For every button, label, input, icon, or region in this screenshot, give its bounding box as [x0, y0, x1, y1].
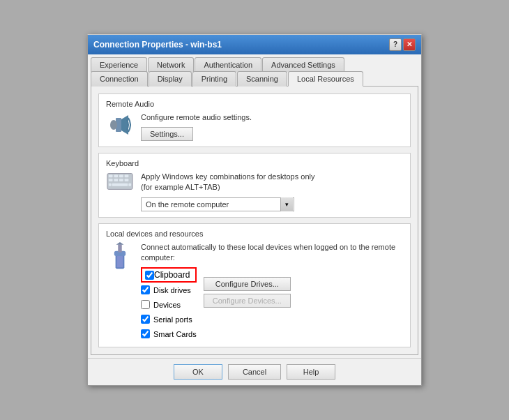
- window-title: Connection Properties - win-bs1: [93, 40, 222, 50]
- disk-drives-checkbox[interactable]: [141, 285, 150, 294]
- local-devices-section: Local devices and resources Connect auto…: [98, 223, 411, 348]
- serial-ports-label: Serial ports: [153, 315, 192, 324]
- svg-rect-9: [114, 179, 118, 181]
- checkboxes-column: Clipboard Disk drives Devices: [141, 267, 197, 341]
- keyboard-label: Keyboard: [106, 159, 403, 167]
- checkboxes-and-buttons: Clipboard Disk drives Devices: [141, 267, 403, 341]
- remote-audio-right: Configure remote audio settings. Setting…: [141, 112, 403, 141]
- remote-audio-label: Remote Audio: [106, 100, 403, 108]
- svg-point-2: [110, 120, 117, 130]
- tab-advanced-settings[interactable]: Advanced Settings: [262, 57, 344, 72]
- disk-drives-row: Disk drives: [141, 285, 197, 294]
- remote-audio-description: Configure remote audio settings.: [141, 112, 403, 123]
- svg-rect-13: [109, 183, 112, 186]
- configure-devices-button[interactable]: Configure Devices...: [204, 294, 291, 308]
- remote-audio-content: Configure remote audio settings. Setting…: [106, 112, 403, 141]
- tab-authentication[interactable]: Authentication: [195, 57, 261, 72]
- ok-button[interactable]: OK: [174, 364, 222, 380]
- devices-label: Devices: [153, 301, 181, 309]
- usb-icon-area: [106, 242, 134, 270]
- svg-rect-7: [125, 174, 129, 177]
- keyboard-content: Apply Windows key combinations for deskt…: [106, 172, 403, 211]
- keyboard-description: Apply Windows key combinations for deskt…: [141, 172, 403, 193]
- smart-cards-checkbox[interactable]: [141, 329, 150, 338]
- titlebar: Connection Properties - win-bs1 ? ✕: [88, 35, 421, 54]
- remote-audio-section: Remote Audio Configure remote audio sett…: [98, 93, 411, 147]
- smart-cards-label: Smart Cards: [153, 330, 197, 338]
- help-footer-button[interactable]: Help: [287, 364, 335, 380]
- titlebar-buttons: ? ✕: [389, 38, 416, 51]
- clipboard-row-highlighted: Clipboard: [141, 267, 197, 283]
- serial-ports-row: Serial ports: [141, 315, 197, 324]
- footer-bar: OK Cancel Help: [88, 358, 421, 385]
- keyboard-dropdown[interactable]: On the remote computer On this computer …: [141, 197, 294, 211]
- svg-rect-6: [119, 174, 123, 177]
- audio-icon-area: [106, 112, 134, 137]
- svg-rect-10: [119, 179, 123, 181]
- svg-rect-12: [112, 183, 128, 186]
- local-devices-content: Connect automatically to these local dev…: [106, 242, 403, 342]
- devices-checkbox[interactable]: [141, 300, 150, 309]
- device-buttons-column: Configure Drives... Configure Devices...: [204, 277, 291, 341]
- svg-rect-11: [125, 179, 129, 181]
- main-window: Connection Properties - win-bs1 ? ✕ Expe…: [87, 34, 422, 387]
- svg-rect-4: [109, 174, 113, 177]
- close-button[interactable]: ✕: [403, 38, 416, 51]
- keyboard-dropdown-wrapper: On the remote computer On this computer …: [141, 197, 294, 211]
- tab-display[interactable]: Display: [149, 71, 192, 87]
- tab-container: Experience Network Authentication Advanc…: [88, 54, 421, 87]
- audio-settings-button[interactable]: Settings...: [141, 127, 193, 141]
- tab-printing[interactable]: Printing: [192, 71, 236, 87]
- help-button[interactable]: ?: [389, 38, 402, 51]
- tab-row-1: Experience Network Authentication Advanc…: [91, 57, 418, 72]
- clipboard-label: Clipboard: [154, 270, 190, 280]
- local-devices-description: Connect automatically to these local dev…: [141, 242, 403, 264]
- devices-row: Devices: [141, 300, 197, 309]
- configure-drives-button[interactable]: Configure Drives...: [204, 277, 291, 291]
- tab-row-2: Connection Display Printing Scanning Loc…: [91, 71, 418, 87]
- svg-rect-5: [114, 174, 118, 177]
- keyboard-section: Keyboard: [98, 153, 411, 218]
- usb-icon: [109, 242, 130, 270]
- svg-rect-8: [109, 179, 113, 181]
- tab-experience[interactable]: Experience: [91, 57, 147, 72]
- keyboard-right: Apply Windows key combinations for deskt…: [141, 172, 403, 211]
- local-devices-right: Connect automatically to these local dev…: [141, 242, 403, 342]
- tab-connection[interactable]: Connection: [91, 71, 148, 87]
- svg-rect-14: [128, 183, 131, 186]
- disk-drives-label: Disk drives: [153, 286, 191, 294]
- local-devices-header: Local devices and resources: [106, 230, 403, 238]
- svg-rect-18: [118, 244, 121, 252]
- svg-marker-19: [116, 242, 124, 245]
- serial-ports-checkbox[interactable]: [141, 315, 150, 324]
- tab-scanning[interactable]: Scanning: [237, 71, 287, 87]
- content-area: Remote Audio Configure remote audio sett…: [91, 86, 418, 356]
- clipboard-checkbox[interactable]: [145, 271, 154, 280]
- svg-rect-16: [116, 256, 123, 267]
- keyboard-icon-area: [106, 172, 134, 191]
- tab-network[interactable]: Network: [148, 57, 194, 72]
- tab-local-resources[interactable]: Local Resources: [288, 71, 363, 87]
- keyboard-icon: [107, 172, 133, 191]
- speaker-icon: [109, 112, 131, 137]
- svg-marker-1: [121, 115, 128, 135]
- cancel-button[interactable]: Cancel: [228, 364, 281, 380]
- smart-cards-row: Smart Cards: [141, 329, 197, 338]
